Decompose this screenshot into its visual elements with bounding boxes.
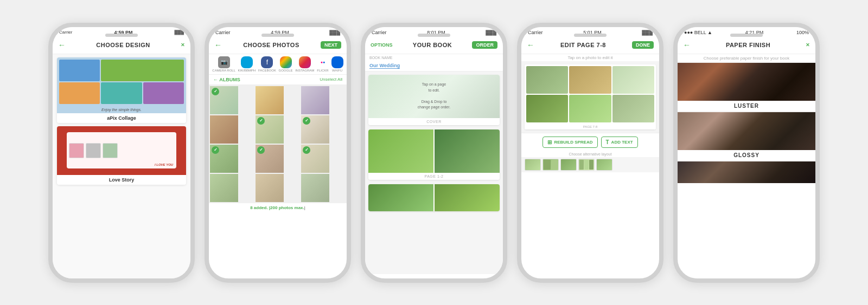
status-bar-3: Carrier 8:01 PM ▓▓▓ (365, 27, 503, 37)
page-photo-2 (435, 129, 500, 173)
unselect-all-btn[interactable]: Unselect All (320, 77, 342, 82)
order-btn-3[interactable]: ORDER (472, 41, 497, 49)
battery-1: ▓▓▓ (175, 30, 184, 35)
design-card-collage[interactable]: Enjoy the simple things. aPix Collage (57, 57, 186, 123)
added-count: 8 added. | (250, 205, 270, 210)
edit-actions: ⊞ REBUILD SPREAD T ADD TEXT (521, 133, 659, 151)
alt-layout-5[interactable] (596, 159, 612, 171)
design-card-lovestory[interactable]: I LOVE YOU Love Story (57, 126, 186, 185)
rebuild-spread-label: REBUILD SPREAD (554, 140, 592, 145)
spread-cell-4 (526, 95, 568, 122)
add-text-btn[interactable]: T ADD TEXT (601, 137, 638, 148)
source-flickr-label: FLICKR (317, 69, 328, 72)
spread-area: PAGE 7-8 (521, 61, 659, 133)
photo-thumb-8[interactable]: ✓ (256, 145, 284, 173)
source-google[interactable]: GOOGLE (279, 56, 293, 72)
collage-cell-4 (101, 82, 142, 104)
page-photo-1 (368, 129, 433, 173)
book-name-value[interactable]: Our Wedding (369, 63, 400, 69)
collage-cell-5 (143, 82, 184, 104)
book-pages: Tap on a pageto edit.Drag & Drop tochang… (365, 72, 503, 274)
source-waiter[interactable]: WAIFU (331, 56, 343, 72)
text-icon: T (606, 139, 609, 145)
options-btn-3[interactable]: OPTIONS (371, 42, 393, 48)
battery-3: ▓▓▓ (486, 30, 496, 35)
page-photo-3 (368, 184, 433, 211)
photo-thumb-6[interactable]: ✓ (301, 115, 329, 144)
alt-layout-4[interactable] (578, 159, 595, 171)
close-btn-1[interactable]: ✕ (181, 42, 185, 48)
nav-bar-1: ← CHOOSE DESIGN ✕ (53, 37, 190, 54)
albums-btn[interactable]: ← ALBUMS (213, 77, 240, 82)
photo-thumb-3[interactable] (301, 86, 329, 114)
check-5: ✓ (257, 117, 265, 125)
time-5: 4:21 PM (745, 30, 764, 35)
check-9: ✓ (303, 146, 310, 154)
nav-bar-4: ← EDIT PAGE 7-8 DONE (521, 37, 659, 54)
source-instagram[interactable]: INSTAGRAM (295, 56, 314, 72)
photo-thumb-7[interactable]: ✓ (210, 145, 238, 173)
phone-edit-page: Carrier 5:01 PM ▓▓▓ ← EDIT PAGE 7-8 DONE… (517, 23, 663, 283)
source-facebook[interactable]: f FACEBOOK (258, 56, 276, 72)
alt-layout-1[interactable] (525, 159, 541, 171)
paper-option-third[interactable] (678, 161, 815, 183)
back-btn-2[interactable]: ← (214, 41, 222, 49)
source-ig-label: INSTAGRAM (295, 69, 314, 72)
status-bar-2: Carrier 4:59 PM ▓▓▓ (209, 27, 347, 37)
page-3-4-card[interactable] (368, 184, 500, 211)
source-kik[interactable]: KIK/BBMPH (238, 56, 256, 72)
rebuild-icon: ⊞ (547, 139, 552, 145)
source-camera[interactable]: 📷 CAMERA ROLL (212, 56, 235, 72)
alt-layout-3[interactable] (560, 159, 577, 171)
page-photos-3-4 (368, 184, 500, 211)
edit-subtitle: Tap on a photo to edit it (521, 54, 659, 61)
collage-cell-3 (59, 82, 100, 104)
book-name-bar: BOOK NAME Our Wedding (365, 54, 503, 72)
done-btn-4[interactable]: DONE (632, 41, 654, 49)
nav-title-5: PAPER FINISH (691, 42, 806, 48)
source-flickr[interactable]: ●● FLICKR (317, 56, 329, 72)
battery-2: ▓▓▓ (329, 30, 340, 35)
nav-bar-2: ← CHOOSE PHOTOS NEXT (209, 37, 347, 54)
photo-thumb-1[interactable]: ✓ (210, 86, 238, 114)
spread-cell-1 (526, 66, 568, 94)
photo-thumb-4[interactable] (210, 115, 238, 144)
check-7: ✓ (212, 146, 219, 154)
photo-thumb-9[interactable]: ✓ (301, 145, 329, 173)
photo-thumb-11[interactable] (256, 174, 284, 202)
page-1-2-label: PAGE 1-2 (368, 173, 500, 180)
photo-thumb-2[interactable] (256, 86, 284, 114)
love-photo-2 (86, 143, 101, 158)
check-1: ✓ (212, 88, 219, 95)
battery-5: 100% (796, 30, 809, 35)
paper-option-luster[interactable]: LUSTER (678, 63, 815, 112)
back-btn-5[interactable]: ← (683, 41, 691, 49)
photo-thumb-5[interactable]: ✓ (256, 115, 284, 144)
photo-thumb-10[interactable] (210, 174, 238, 202)
photo-thumb-12[interactable] (301, 174, 329, 202)
alt-layout-2[interactable] (542, 159, 559, 171)
carrier-2: Carrier (215, 30, 231, 35)
back-btn-4[interactable]: ← (527, 41, 534, 49)
glossy-image (678, 112, 815, 150)
collage-label: aPix Collage (57, 113, 186, 123)
page-1-2-card[interactable]: PAGE 1-2 (368, 129, 500, 180)
source-fb-label: FACEBOOK (258, 69, 276, 72)
paper-options: LUSTER GLOSSY (678, 63, 815, 278)
phone-paper-finish: ●●● BELL ▲ 4:21 PM 100% ← PAPER FINISH ✕… (673, 23, 820, 283)
source-waiter-label: WAIFU (332, 69, 342, 72)
close-btn-5[interactable]: ✕ (806, 42, 810, 48)
rebuild-spread-btn[interactable]: ⊞ REBUILD SPREAD (542, 137, 597, 148)
cover-card[interactable]: Tap on a pageto edit.Drag & Drop tochang… (368, 75, 500, 125)
paper-subtitle: Choose preferable paper finish for your … (678, 54, 815, 63)
love-photo-3 (103, 143, 118, 158)
spread-card[interactable]: PAGE 7-8 (525, 64, 656, 129)
lovestory-label: Love Story (57, 175, 186, 185)
back-btn-1[interactable]: ← (58, 41, 66, 49)
collage-caption: Enjoy the simple things. (57, 106, 186, 113)
next-btn-2[interactable]: NEXT (321, 41, 341, 49)
carrier-3: Carrier (372, 30, 387, 35)
love-text: I LOVE YOU (155, 163, 173, 166)
paper-option-glossy[interactable]: GLOSSY (678, 112, 815, 161)
status-bar-4: Carrier 5:01 PM ▓▓▓ (521, 27, 659, 37)
